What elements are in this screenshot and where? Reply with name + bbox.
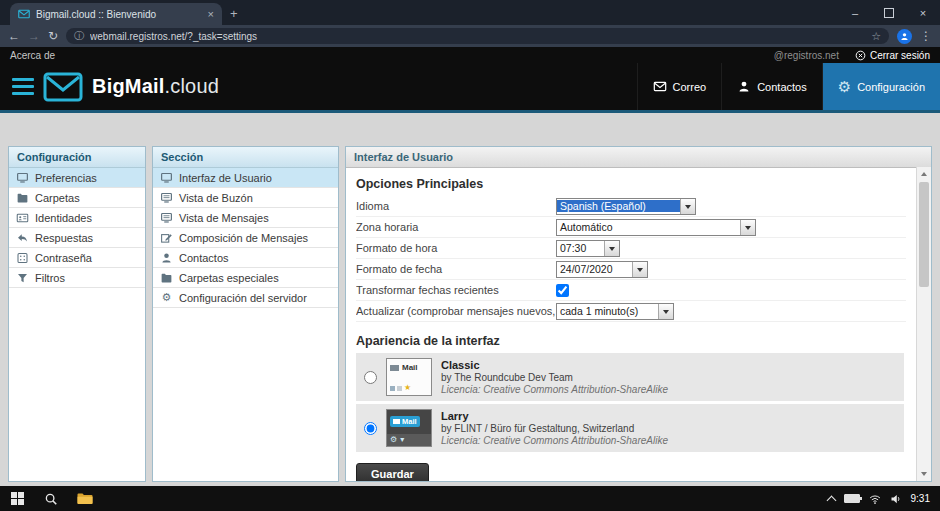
settings-nav-title: Configuración xyxy=(9,147,145,168)
person-icon xyxy=(737,80,751,93)
skin-thumbnail-classic: Mail ★ xyxy=(386,358,432,396)
caret-down-icon: ▾ xyxy=(400,436,404,444)
skin-radio-larry[interactable] xyxy=(364,422,377,435)
skin-row-classic[interactable]: Mail ★ Classic by The Roundcube Dev Team… xyxy=(356,353,904,401)
settings-nav-item-preferencias[interactable]: Preferencias xyxy=(9,168,145,188)
refresh-interval-select-value: cada 1 minuto(s) xyxy=(557,305,658,317)
taskbar-search-button[interactable] xyxy=(34,486,68,511)
refresh-button[interactable]: ↻ xyxy=(48,30,58,42)
section-item-vista-mensajes[interactable]: Vista de Mensajes xyxy=(153,208,338,228)
window-controls: – × xyxy=(838,0,940,25)
file-explorer-icon xyxy=(77,492,93,505)
nav-correo[interactable]: Correo xyxy=(637,63,722,110)
logout-button[interactable]: Cerrar sesión xyxy=(855,50,930,61)
save-button[interactable]: Guardar xyxy=(356,463,429,481)
thumb-envelope-icon xyxy=(393,419,400,424)
main-options-heading: Opciones Principales xyxy=(356,177,906,191)
recent-dates-checkbox[interactable] xyxy=(556,284,569,297)
settings-nav-item-identidades[interactable]: Identidades xyxy=(9,208,145,228)
gear-icon: ⚙ xyxy=(390,436,397,444)
main-nav: Correo Contactos ⚙ Configuración xyxy=(637,63,940,110)
settings-nav-item-contrasena[interactable]: Contraseña xyxy=(9,248,145,268)
select-arrow-icon xyxy=(740,220,755,235)
brand-envelope-icon xyxy=(43,72,83,102)
battery-icon[interactable] xyxy=(844,494,860,503)
address-bar[interactable]: ⓘ webmail.registros.net/?_task=settings … xyxy=(66,28,889,44)
language-select[interactable]: Spanish (Español) xyxy=(556,198,696,215)
site-favicon-icon xyxy=(18,8,30,20)
zona-horaria-label: Zona horaria xyxy=(356,221,556,233)
actualizar-label: Actualizar (comprobar mensajes nuevos, e… xyxy=(356,305,556,317)
item-label: Composición de Mensajes xyxy=(179,232,308,244)
start-button[interactable] xyxy=(0,486,34,511)
tray-chevron-up-icon[interactable] xyxy=(826,495,836,505)
browser-toolbar: ← → ↻ ⓘ webmail.registros.net/?_task=set… xyxy=(0,25,940,47)
new-tab-button[interactable]: + xyxy=(230,6,238,21)
form-row-formato-fecha: Formato de fecha 24/07/2020 xyxy=(356,259,906,280)
item-label: Configuración del servidor xyxy=(179,292,307,304)
monitor-icon xyxy=(16,172,29,184)
menu-burger-icon xyxy=(12,78,34,95)
tab-close-icon[interactable]: × xyxy=(208,8,214,20)
tab-title: Bigmail.cloud :: Bienvenido xyxy=(36,9,202,20)
section-item-contactos[interactable]: Contactos xyxy=(153,248,338,268)
nav-contactos[interactable]: Contactos xyxy=(721,63,822,110)
back-button[interactable]: ← xyxy=(8,30,20,42)
window-close-button[interactable]: × xyxy=(906,0,940,25)
language-select-value: Spanish (Español) xyxy=(557,200,680,212)
time-format-select[interactable]: 07:30 xyxy=(556,240,620,257)
volume-icon[interactable] xyxy=(890,493,902,505)
skin-name: Larry xyxy=(441,410,668,422)
compose-icon xyxy=(160,232,173,244)
scroll-up-arrow[interactable] xyxy=(917,167,931,181)
folder-icon xyxy=(160,272,173,284)
item-label: Interfaz de Usuario xyxy=(179,172,272,184)
forward-button[interactable]: → xyxy=(28,30,40,42)
select-arrow-icon xyxy=(658,304,673,319)
skin-radio-classic[interactable] xyxy=(364,371,377,384)
appearance-heading: Apariencia de la interfaz xyxy=(356,334,906,348)
date-format-select[interactable]: 24/07/2020 xyxy=(556,261,648,278)
form-row-idioma: Idioma Spanish (Español) xyxy=(356,196,906,217)
vertical-scrollbar[interactable] xyxy=(916,167,931,481)
page-info-icon[interactable]: ⓘ xyxy=(74,29,84,43)
item-label: Carpetas especiales xyxy=(179,272,279,284)
mail-icon xyxy=(653,80,667,93)
section-item-carpetas-especiales[interactable]: Carpetas especiales xyxy=(153,268,338,288)
scroll-down-arrow[interactable] xyxy=(917,467,931,481)
select-arrow-icon xyxy=(680,199,695,214)
item-label: Identidades xyxy=(35,212,92,224)
taskbar-clock[interactable]: 9:31 xyxy=(911,493,930,504)
window-minimize-button[interactable]: – xyxy=(838,0,872,25)
section-item-composicion[interactable]: Composición de Mensajes xyxy=(153,228,338,248)
section-item-interfaz[interactable]: Interfaz de Usuario xyxy=(153,168,338,188)
profile-person-icon xyxy=(900,32,909,41)
url-text: webmail.registros.net/?_task=settings xyxy=(90,31,865,42)
date-format-select-value: 24/07/2020 xyxy=(557,263,632,275)
profile-avatar[interactable] xyxy=(897,29,912,44)
account-email: @registros.net xyxy=(774,50,839,61)
file-explorer-button[interactable] xyxy=(68,486,102,511)
nav-configuracion-label: Configuración xyxy=(857,81,925,93)
bookmark-star-icon[interactable]: ☆ xyxy=(871,30,881,43)
section-item-vista-buzon[interactable]: Vista de Buzón xyxy=(153,188,338,208)
scroll-thumb[interactable] xyxy=(919,182,929,287)
brand-logo[interactable]: BigMail.cloud xyxy=(0,63,219,110)
window-maximize-button[interactable] xyxy=(872,0,906,25)
about-link[interactable]: Acerca de xyxy=(10,50,55,61)
refresh-interval-select[interactable]: cada 1 minuto(s) xyxy=(556,303,674,320)
browser-tab[interactable]: Bigmail.cloud :: Bienvenido × xyxy=(10,3,222,25)
settings-nav-item-filtros[interactable]: Filtros xyxy=(9,268,145,288)
funnel-icon xyxy=(16,272,29,284)
section-item-servidor[interactable]: ⚙ Configuración del servidor xyxy=(153,288,338,308)
select-arrow-icon xyxy=(604,241,619,256)
settings-nav-item-carpetas[interactable]: Carpetas xyxy=(9,188,145,208)
browser-menu-icon[interactable]: ⋮ xyxy=(920,30,932,42)
nav-configuracion[interactable]: ⚙ Configuración xyxy=(822,63,940,110)
settings-nav-item-respuestas[interactable]: Respuestas xyxy=(9,228,145,248)
formato-hora-label: Formato de hora xyxy=(356,242,556,254)
timezone-select[interactable]: Automático xyxy=(556,219,756,236)
browser-tab-bar: Bigmail.cloud :: Bienvenido × + – × xyxy=(0,0,940,25)
skin-row-larry[interactable]: Mail ⚙▾ Larry by FLINT / Büro für Gestal… xyxy=(356,404,904,452)
wifi-icon[interactable] xyxy=(869,493,881,505)
